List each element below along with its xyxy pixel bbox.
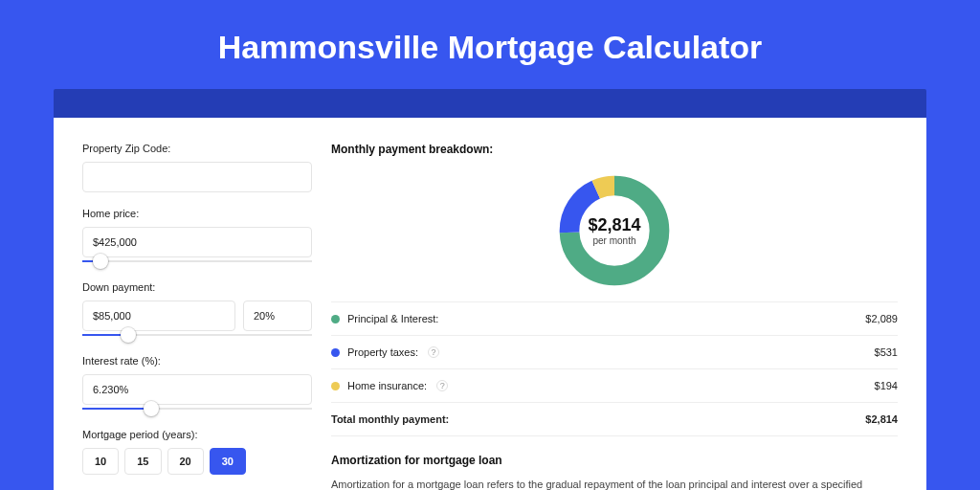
down-payment-slider-thumb[interactable]: [121, 327, 136, 343]
breakdown-legend: Principal & Interest:$2,089Property taxe…: [331, 301, 898, 436]
period-option-10[interactable]: 10: [82, 448, 119, 475]
window-bar: [54, 89, 926, 118]
interest-slider-thumb[interactable]: [144, 401, 159, 416]
period-option-30[interactable]: 30: [210, 448, 246, 475]
home-price-input[interactable]: [82, 227, 312, 257]
legend-total-value: $2,814: [865, 413, 898, 425]
legend-value: $2,089: [865, 313, 898, 324]
zip-label: Property Zip Code:: [82, 143, 312, 154]
interest-slider-fill: [82, 408, 151, 410]
down-payment-input[interactable]: [82, 301, 235, 331]
donut-center-sub: per month: [592, 235, 635, 246]
legend-label: Home insurance:: [347, 380, 427, 391]
down-payment-pct-input[interactable]: [243, 301, 312, 331]
period-label: Mortgage period (years):: [82, 429, 312, 440]
period-option-20[interactable]: 20: [167, 448, 204, 475]
legend-label: Property taxes:: [347, 346, 418, 358]
legend-value: $531: [875, 346, 898, 358]
period-option-15[interactable]: 15: [124, 448, 161, 475]
down-payment-slider[interactable]: [82, 330, 312, 340]
page-title: Hammonsville Mortgage Calculator: [54, 29, 926, 66]
home-price-slider-thumb[interactable]: [93, 254, 108, 269]
legend-total-row: Total monthly payment:$2,814: [331, 403, 898, 436]
amortization-text: Amortization for a mortgage loan refers …: [331, 477, 898, 490]
legend-row: Principal & Interest:$2,089: [331, 302, 898, 336]
calculator-card: Property Zip Code: Home price: Down paym…: [54, 118, 926, 490]
interest-input[interactable]: [82, 374, 312, 405]
interest-slider[interactable]: [82, 404, 312, 413]
legend-dot-icon: [331, 382, 340, 390]
zip-input[interactable]: [82, 162, 312, 192]
help-icon[interactable]: ?: [428, 346, 439, 358]
period-segmented: 10152030: [82, 448, 312, 475]
help-icon[interactable]: ?: [436, 380, 448, 391]
legend-label: Principal & Interest:: [347, 313, 438, 324]
home-price-slider[interactable]: [82, 256, 312, 266]
amortization-title: Amortization for mortgage loan: [331, 454, 898, 467]
breakdown-title: Monthly payment breakdown:: [331, 143, 898, 156]
down-payment-label: Down payment:: [82, 281, 312, 293]
legend-row: Home insurance:?$194: [331, 369, 898, 403]
form-panel: Property Zip Code: Home price: Down paym…: [82, 143, 312, 490]
home-price-label: Home price:: [82, 208, 312, 219]
donut-center-value: $2,814: [588, 215, 640, 235]
breakdown-donut-chart: $2,814 per month: [555, 171, 674, 290]
legend-dot-icon: [331, 315, 340, 323]
legend-row: Property taxes:?$531: [331, 336, 898, 369]
interest-label: Interest rate (%):: [82, 355, 312, 367]
legend-value: $194: [875, 380, 898, 391]
breakdown-panel: Monthly payment breakdown: $2,814 per mo…: [331, 143, 898, 490]
legend-total-label: Total monthly payment:: [331, 413, 449, 425]
amortization-section: Amortization for mortgage loan Amortizat…: [331, 454, 898, 490]
legend-dot-icon: [331, 348, 340, 357]
